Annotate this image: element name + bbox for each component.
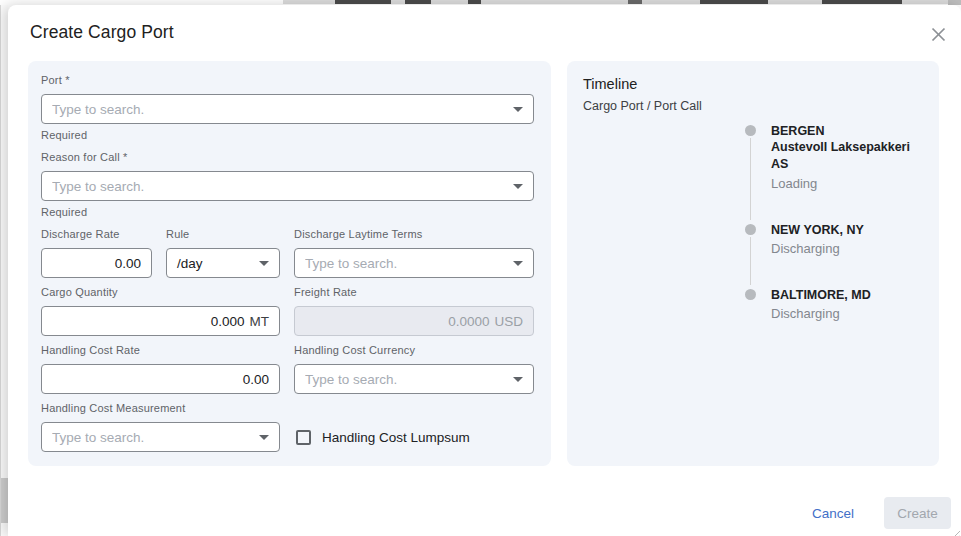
cargo-quantity-label: Cargo Quantity xyxy=(41,286,280,299)
timeline-company-name: Austevoll Laksepakkeri AS xyxy=(771,139,923,173)
cargo-quantity-group: Cargo Quantity MT xyxy=(41,286,280,336)
create-button-disabled[interactable]: Create xyxy=(884,497,951,529)
freight-rate-label: Freight Rate xyxy=(294,286,534,299)
timeline-dot-icon xyxy=(745,289,756,300)
timeline-dot-icon xyxy=(745,224,756,235)
port-field-group: Port * Required xyxy=(41,74,534,142)
discharge-laytime-label: Discharge Laytime Terms xyxy=(294,228,534,241)
port-label: Port * xyxy=(41,74,534,87)
rule-group: Rule /day xyxy=(166,228,280,278)
handling-cost-measurement-label: Handling Cost Measurement xyxy=(41,402,280,415)
background-artifact xyxy=(468,0,481,4)
port-search-input[interactable] xyxy=(52,102,505,117)
timeline-item: BALTIMORE, MD Discharging xyxy=(745,287,923,322)
handling-cost-lumpsum-label: Handling Cost Lumpsum xyxy=(322,430,470,445)
discharge-rate-label: Discharge Rate xyxy=(41,228,152,241)
discharge-laytime-search-input[interactable] xyxy=(305,256,505,271)
background-artifact xyxy=(335,0,391,4)
dialog-footer: Cancel Create xyxy=(808,497,951,529)
chevron-down-icon xyxy=(513,261,523,266)
reason-field-group: Reason for Call * Required xyxy=(41,151,534,219)
reason-required-hint: Required xyxy=(41,206,534,219)
background-artifact xyxy=(700,0,768,4)
dialog-title: Create Cargo Port xyxy=(30,22,174,43)
freight-rate-unit: USD xyxy=(494,314,523,329)
create-cargo-port-dialog: Create Cargo Port Port * Required Reason… xyxy=(8,5,961,536)
discharge-row: Discharge Rate Rule /day Discharge Layti… xyxy=(41,228,534,278)
chevron-down-icon xyxy=(513,107,523,112)
background-artifact xyxy=(822,0,902,4)
handling-cost-currency-select[interactable] xyxy=(294,364,534,394)
discharge-laytime-select[interactable] xyxy=(294,248,534,278)
close-icon[interactable] xyxy=(928,24,948,44)
chevron-down-icon xyxy=(513,377,523,382)
handling-cost-lumpsum-checkbox[interactable] xyxy=(296,430,311,445)
cargo-quantity-input[interactable] xyxy=(52,314,245,329)
rule-selected-value: /day xyxy=(177,256,251,271)
timeline-dot-icon xyxy=(745,125,756,136)
chevron-down-icon xyxy=(259,435,269,440)
reason-for-call-search-input[interactable] xyxy=(52,179,505,194)
handling-cost-rate-label: Handling Cost Rate xyxy=(41,344,280,357)
cargo-quantity-field[interactable]: MT xyxy=(41,306,280,336)
quantity-freight-row: Cargo Quantity MT Freight Rate 0.0000 US… xyxy=(41,286,534,336)
cargo-port-form-panel: Port * Required Reason for Call * Requir… xyxy=(28,61,551,466)
timeline-port-name: NEW YORK, NY xyxy=(771,222,923,238)
rule-label: Rule xyxy=(166,228,280,241)
timeline-panel: Timeline Cargo Port / Port Call BERGEN A… xyxy=(567,61,939,466)
handling-cost-rate-field[interactable] xyxy=(41,364,280,394)
discharge-laytime-group: Discharge Laytime Terms xyxy=(294,228,534,278)
handling-cost-measurement-select[interactable] xyxy=(41,422,280,452)
chevron-down-icon xyxy=(513,184,523,189)
reason-for-call-label: Reason for Call * xyxy=(41,151,534,164)
timeline-item: BERGEN Austevoll Laksepakkeri AS Loading xyxy=(745,123,923,192)
handling-cost-measurement-group: Handling Cost Measurement xyxy=(41,402,280,452)
handling-cost-rate-group: Handling Cost Rate xyxy=(41,344,280,394)
port-required-hint: Required xyxy=(41,129,534,142)
background-artifact xyxy=(628,0,642,4)
timeline-title: Timeline xyxy=(583,76,923,92)
reason-for-call-select[interactable] xyxy=(41,171,534,201)
background-artifact xyxy=(405,0,431,4)
timeline-item: NEW YORK, NY Discharging xyxy=(745,222,923,257)
discharge-rate-input[interactable] xyxy=(52,256,141,271)
handling-cost-currency-group: Handling Cost Currency xyxy=(294,344,534,394)
timeline-activity: Discharging xyxy=(771,240,923,257)
cargo-quantity-unit: MT xyxy=(250,314,270,329)
background-page-left-strip xyxy=(0,5,8,536)
timeline-port-name: BERGEN xyxy=(771,123,923,139)
handling-cost-currency-label: Handling Cost Currency xyxy=(294,344,534,357)
cancel-button[interactable]: Cancel xyxy=(808,500,858,527)
discharge-rate-group: Discharge Rate xyxy=(41,228,152,278)
freight-rate-group: Freight Rate 0.0000 USD xyxy=(294,286,534,336)
timeline-subtitle: Cargo Port / Port Call xyxy=(583,99,923,113)
discharge-rate-field[interactable] xyxy=(41,248,152,278)
handling-cost-rate-input[interactable] xyxy=(52,372,269,387)
timeline-port-name: BALTIMORE, MD xyxy=(771,287,923,303)
timeline-list: BERGEN Austevoll Laksepakkeri AS Loading… xyxy=(745,123,923,322)
chevron-down-icon xyxy=(259,261,269,266)
timeline-activity: Discharging xyxy=(771,305,923,322)
timeline-activity: Loading xyxy=(771,175,923,192)
freight-rate-value: 0.0000 xyxy=(305,314,489,329)
handling-cost-lumpsum-group: Handling Cost Lumpsum xyxy=(296,422,534,452)
handling-cost-currency-search-input[interactable] xyxy=(305,372,505,387)
freight-rate-field-disabled: 0.0000 USD xyxy=(294,306,534,336)
resize-handle[interactable] xyxy=(951,526,960,535)
handling-measurement-row: Handling Cost Measurement Handling Cost … xyxy=(41,402,534,452)
port-select[interactable] xyxy=(41,94,534,124)
handling-cost-measurement-search-input[interactable] xyxy=(52,430,251,445)
rule-select[interactable]: /day xyxy=(166,248,280,278)
handling-cost-row: Handling Cost Rate Handling Cost Currenc… xyxy=(41,344,534,394)
